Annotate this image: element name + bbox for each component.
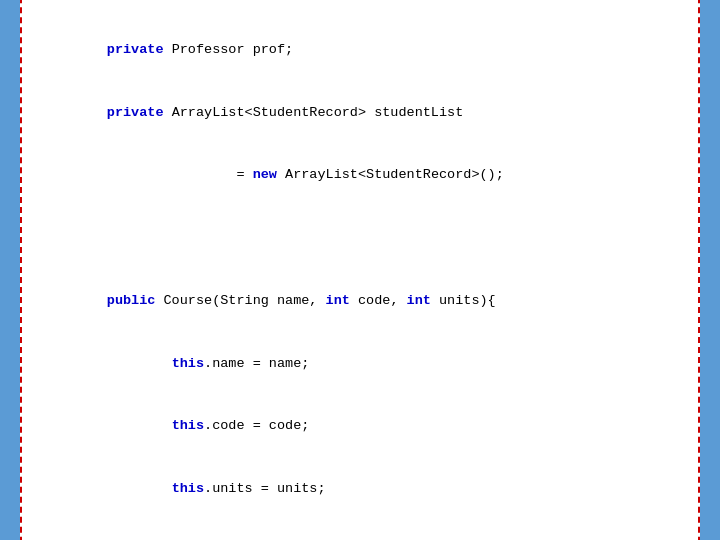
line-this-code: this.code = code; — [42, 416, 678, 437]
code-editor: import java.util.ArrayList; import java.… — [20, 0, 700, 540]
line-blank2 — [42, 228, 678, 249]
line-constructor-decl: public Course(String name, int code, int… — [42, 291, 678, 312]
line-field5a: private ArrayList<StudentRecord> student… — [42, 103, 678, 124]
code-content: import java.util.ArrayList; import java.… — [42, 0, 678, 540]
line-field5b: = new ArrayList<StudentRecord>(); — [42, 165, 678, 186]
line-this-name: this.name = name; — [42, 354, 678, 375]
line-field4: private Professor prof; — [42, 40, 678, 61]
line-this-units: this.units = units; — [42, 479, 678, 500]
